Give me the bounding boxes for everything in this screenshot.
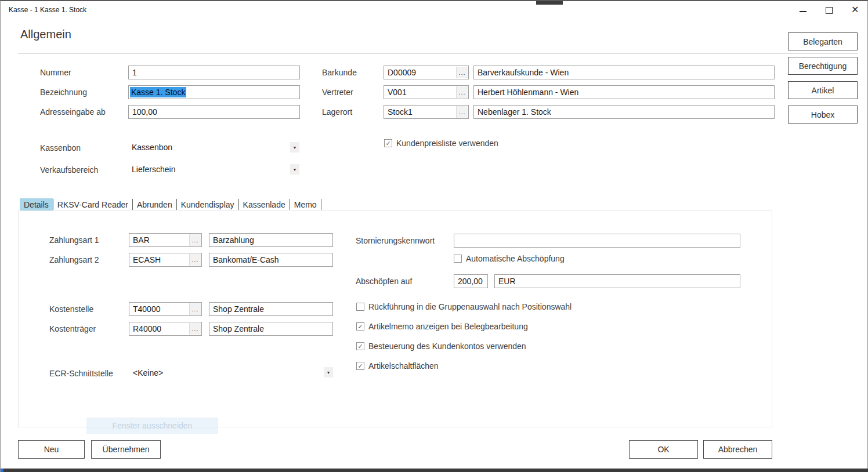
berechtigung-button[interactable]: Berechtigung [788,57,858,75]
page-title: Allgemein [20,28,71,41]
kassenbon-value[interactable]: Kassenbon [132,143,172,152]
kostentraeger-label: Kostenträger [49,324,96,333]
verkaufsbereich-value[interactable]: Lieferschein [132,165,176,174]
bottom-edge-accent [1,469,3,472]
tab-rksv-card-reader[interactable]: RKSV-Card Reader [53,198,132,210]
zahlungsart1-code-field[interactable]: ... [129,233,202,247]
dialog-window: Kasse - 1 Kasse 1. Stock ✕ Allgemein Num… [0,0,868,472]
selected-text: Kasse 1. Stock [130,87,186,97]
zahlungsart2-code-field[interactable]: ... [129,253,202,267]
hobex-button[interactable]: Hobex [788,106,858,124]
artikelschaltflaechen-checkbox[interactable]: ✓ [356,362,364,370]
artikelmemo-label: Artikelmemo anzeigen bei Belegbearbeitun… [368,322,528,331]
stornierungskennwort-label: Stornierungskennwort [356,236,435,245]
automatische-abschoepfung-label: Automatische Abschöpfung [466,254,565,263]
kassenbon-label: Kassenbon [40,143,81,153]
kundenpreisliste-label: Kundenpreisliste verwenden [396,139,498,148]
automatische-abschoepfung-checkbox[interactable] [454,255,462,263]
kostentraeger-code-field[interactable]: ... [129,322,202,336]
lagerort-code-field[interactable]: ... [384,105,469,119]
bezeichnung-label: Bezeichnung [40,88,87,97]
kundenpreisliste-checkbox[interactable]: ✓ [384,139,392,147]
barkunde-label: Barkunde [322,68,357,77]
nummer-input[interactable] [128,66,300,79]
check-icon: ✓ [357,362,363,370]
chevron-down-icon: ▾ [294,145,296,150]
bottom-edge-strip [1,469,868,472]
besteuerung-label: Besteuerung des Kundenkontos verwenden [368,342,526,351]
tab-details[interactable]: Details [20,198,53,210]
tab-memo[interactable]: Memo [290,198,321,210]
window-title: Kasse - 1 Kasse 1. Stock [9,6,86,14]
abbrechen-button[interactable]: Abbrechen [703,440,772,459]
heading-divider [18,53,858,54]
vertreter-code-field[interactable]: ... [384,85,469,99]
lagerort-name-input[interactable] [473,105,775,119]
maximize-icon[interactable] [826,7,833,14]
ecr-dropdown-button[interactable]: ▾ [324,367,333,377]
ecr-schnittstelle-label: ECR-Schnittstelle [49,369,113,378]
vertreter-lookup-button[interactable]: ... [456,86,468,98]
zahlungsart1-lookup-button[interactable]: ... [189,234,201,246]
verkaufsbereich-label: Verkaufsbereich [40,165,98,175]
vertreter-name-input[interactable] [473,85,775,99]
zahlungsart2-name-input[interactable] [209,253,333,267]
lagerort-lookup-button[interactable]: ... [456,106,468,118]
uebernehmen-button[interactable]: Übernehmen [91,440,161,459]
artikelschaltflaechen-label: Artikelschaltflächen [368,361,439,371]
bezeichnung-input[interactable]: Kasse 1. Stock [128,85,300,99]
close-icon[interactable]: ✕ [851,4,859,15]
tab-abrunden[interactable]: Abrunden [133,198,176,210]
top-edge-artifact [536,1,563,5]
barkunde-lookup-button[interactable]: ... [456,67,468,78]
kostenstelle-label: Kostenstelle [49,304,93,314]
kostenstelle-name-input[interactable] [209,302,333,316]
tab-separator [321,199,321,210]
barkunde-code-field[interactable]: ... [384,66,469,79]
check-icon: ✓ [357,323,363,331]
ok-button[interactable]: OK [629,440,698,459]
barkunde-name-input[interactable] [473,66,775,79]
zahlungsart1-label: Zahlungsart 1 [49,235,99,245]
chevron-down-icon: ▾ [294,167,296,172]
tab-strip: Details RKSV-Card Reader Abrunden Kunden… [20,198,321,210]
zahlungsart1-name-input[interactable] [209,233,333,247]
stornierungskennwort-input[interactable] [454,234,740,248]
nummer-label: Nummer [40,68,71,77]
kassenbon-dropdown-button[interactable]: ▾ [290,142,299,153]
abschoepfen-waehrung-input[interactable] [494,274,740,288]
abschoepfen-auf-label: Abschöpfen auf [356,277,412,286]
artikelmemo-checkbox[interactable]: ✓ [356,322,364,331]
kostenstelle-lookup-button[interactable]: ... [189,303,201,315]
zahlungsart2-label: Zahlungsart 2 [49,255,99,264]
check-icon: ✓ [357,343,363,350]
adresseingabe-input[interactable] [128,105,300,119]
kostentraeger-lookup-button[interactable]: ... [189,323,201,335]
artikel-button[interactable]: Artikel [788,81,858,99]
vertreter-label: Vertreter [322,88,353,97]
lagerort-label: Lagerort [322,107,352,117]
belegarten-button[interactable]: Belegarten [788,32,858,50]
abschoepfen-auf-input[interactable] [454,274,488,288]
minimize-icon[interactable] [800,11,806,12]
check-icon: ✓ [385,140,390,147]
ecr-schnittstelle-value[interactable]: <Keine> [133,368,163,377]
chevron-down-icon: ▾ [327,370,330,375]
verkaufsbereich-dropdown-button[interactable]: ▾ [290,164,299,175]
kostenstelle-code-field[interactable]: ... [129,302,202,316]
tab-kassenlade[interactable]: Kassenlade [239,198,290,210]
adresseingabe-label: Adresseingabe ab [40,107,106,117]
rueckfuehrung-checkbox[interactable] [356,303,364,311]
besteuerung-checkbox[interactable]: ✓ [356,342,364,350]
zahlungsart2-lookup-button[interactable]: ... [189,254,201,266]
rueckfuehrung-label: Rückführung in die Gruppenauswahl nach P… [368,302,572,311]
neu-button[interactable]: Neu [18,440,85,459]
tab-kundendisplay[interactable]: Kundendisplay [177,198,238,210]
fenster-ausschneiden-overlay: Fenster ausschneiden [86,417,218,434]
kostentraeger-name-input[interactable] [209,322,333,336]
